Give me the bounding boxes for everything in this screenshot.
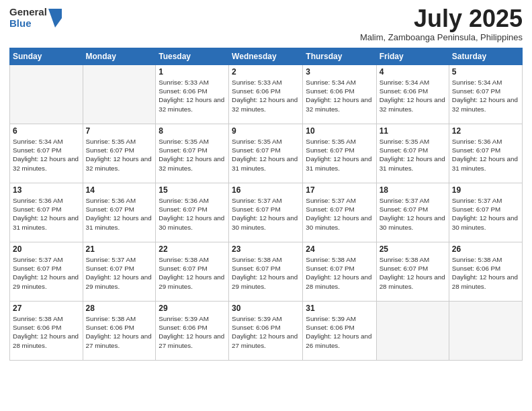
day-number: 6 bbox=[13, 126, 80, 136]
week-row-2: 13Sunrise: 5:36 AM Sunset: 6:07 PM Dayli… bbox=[10, 183, 523, 242]
col-monday: Monday bbox=[83, 48, 156, 65]
day-info: Sunrise: 5:38 AM Sunset: 6:06 PM Dayligh… bbox=[452, 255, 519, 291]
header-row: Sunday Monday Tuesday Wednesday Thursday… bbox=[10, 48, 523, 65]
day-info: Sunrise: 5:37 AM Sunset: 6:07 PM Dayligh… bbox=[86, 255, 153, 291]
calendar-cell bbox=[376, 302, 449, 361]
day-info: Sunrise: 5:37 AM Sunset: 6:07 PM Dayligh… bbox=[380, 196, 446, 232]
day-info: Sunrise: 5:35 AM Sunset: 6:07 PM Dayligh… bbox=[306, 137, 373, 173]
calendar-cell bbox=[83, 65, 156, 124]
week-row-3: 20Sunrise: 5:37 AM Sunset: 6:07 PM Dayli… bbox=[10, 242, 523, 302]
col-sunday: Sunday bbox=[10, 48, 83, 65]
day-number: 12 bbox=[452, 126, 519, 136]
day-number: 28 bbox=[86, 304, 153, 313]
page: General Blue July 2025 Malim, Zamboanga … bbox=[0, 0, 532, 411]
day-info: Sunrise: 5:34 AM Sunset: 6:07 PM Dayligh… bbox=[452, 78, 519, 113]
day-info: Sunrise: 5:33 AM Sunset: 6:06 PM Dayligh… bbox=[159, 78, 226, 113]
logo-blue: Blue bbox=[9, 18, 47, 30]
day-number: 31 bbox=[306, 304, 373, 313]
day-number: 20 bbox=[13, 244, 80, 254]
calendar-cell: 27Sunrise: 5:38 AM Sunset: 6:06 PM Dayli… bbox=[10, 302, 83, 361]
calendar-cell: 15Sunrise: 5:36 AM Sunset: 6:07 PM Dayli… bbox=[156, 183, 229, 242]
day-info: Sunrise: 5:38 AM Sunset: 6:06 PM Dayligh… bbox=[13, 314, 80, 350]
calendar-cell: 6Sunrise: 5:34 AM Sunset: 6:07 PM Daylig… bbox=[10, 124, 83, 183]
calendar-cell: 21Sunrise: 5:37 AM Sunset: 6:07 PM Dayli… bbox=[83, 242, 156, 302]
logo-general: General bbox=[9, 7, 47, 18]
day-info: Sunrise: 5:36 AM Sunset: 6:07 PM Dayligh… bbox=[13, 196, 80, 232]
calendar-cell: 8Sunrise: 5:35 AM Sunset: 6:07 PM Daylig… bbox=[156, 124, 229, 183]
week-row-4: 27Sunrise: 5:38 AM Sunset: 6:06 PM Dayli… bbox=[10, 302, 523, 361]
day-number: 3 bbox=[306, 67, 373, 77]
calendar-cell: 25Sunrise: 5:38 AM Sunset: 6:07 PM Dayli… bbox=[376, 242, 449, 302]
day-info: Sunrise: 5:37 AM Sunset: 6:07 PM Dayligh… bbox=[306, 196, 373, 232]
calendar-cell: 1Sunrise: 5:33 AM Sunset: 6:06 PM Daylig… bbox=[156, 65, 229, 124]
day-info: Sunrise: 5:37 AM Sunset: 6:07 PM Dayligh… bbox=[13, 255, 80, 291]
calendar-cell bbox=[10, 65, 83, 124]
calendar-cell: 16Sunrise: 5:37 AM Sunset: 6:07 PM Dayli… bbox=[229, 183, 303, 242]
subtitle: Malim, Zamboanga Peninsula, Philippines bbox=[360, 32, 523, 42]
day-number: 24 bbox=[306, 244, 373, 254]
logo: General Blue bbox=[9, 7, 62, 29]
day-number: 10 bbox=[306, 126, 373, 136]
calendar-cell: 28Sunrise: 5:38 AM Sunset: 6:06 PM Dayli… bbox=[83, 302, 156, 361]
svg-marker-0 bbox=[48, 9, 62, 28]
day-number: 23 bbox=[232, 244, 300, 254]
calendar-cell: 4Sunrise: 5:34 AM Sunset: 6:06 PM Daylig… bbox=[376, 65, 449, 124]
day-info: Sunrise: 5:33 AM Sunset: 6:06 PM Dayligh… bbox=[232, 78, 300, 113]
logo-icon bbox=[48, 9, 62, 28]
calendar-cell: 10Sunrise: 5:35 AM Sunset: 6:07 PM Dayli… bbox=[303, 124, 376, 183]
day-number: 5 bbox=[452, 67, 519, 77]
day-info: Sunrise: 5:34 AM Sunset: 6:06 PM Dayligh… bbox=[380, 78, 446, 113]
week-row-0: 1Sunrise: 5:33 AM Sunset: 6:06 PM Daylig… bbox=[10, 65, 523, 124]
day-number: 11 bbox=[380, 126, 446, 136]
col-tuesday: Tuesday bbox=[156, 48, 229, 65]
calendar-cell bbox=[449, 302, 522, 361]
calendar-cell: 31Sunrise: 5:39 AM Sunset: 6:06 PM Dayli… bbox=[303, 302, 376, 361]
calendar-cell: 12Sunrise: 5:36 AM Sunset: 6:07 PM Dayli… bbox=[449, 124, 522, 183]
day-info: Sunrise: 5:34 AM Sunset: 6:06 PM Dayligh… bbox=[306, 78, 373, 113]
day-number: 27 bbox=[13, 304, 80, 313]
day-number: 1 bbox=[159, 67, 226, 77]
day-info: Sunrise: 5:38 AM Sunset: 6:07 PM Dayligh… bbox=[159, 255, 226, 291]
day-number: 19 bbox=[452, 185, 519, 195]
calendar-cell: 26Sunrise: 5:38 AM Sunset: 6:06 PM Dayli… bbox=[449, 242, 522, 302]
day-info: Sunrise: 5:35 AM Sunset: 6:07 PM Dayligh… bbox=[86, 137, 153, 173]
calendar-cell: 13Sunrise: 5:36 AM Sunset: 6:07 PM Dayli… bbox=[10, 183, 83, 242]
day-info: Sunrise: 5:35 AM Sunset: 6:07 PM Dayligh… bbox=[380, 137, 446, 173]
day-number: 13 bbox=[13, 185, 80, 195]
day-number: 4 bbox=[380, 67, 446, 77]
week-row-1: 6Sunrise: 5:34 AM Sunset: 6:07 PM Daylig… bbox=[10, 124, 523, 183]
col-friday: Friday bbox=[376, 48, 449, 65]
day-number: 8 bbox=[159, 126, 226, 136]
calendar-cell: 17Sunrise: 5:37 AM Sunset: 6:07 PM Dayli… bbox=[303, 183, 376, 242]
calendar-cell: 24Sunrise: 5:38 AM Sunset: 6:07 PM Dayli… bbox=[303, 242, 376, 302]
day-number: 14 bbox=[86, 185, 153, 195]
calendar-cell: 11Sunrise: 5:35 AM Sunset: 6:07 PM Dayli… bbox=[376, 124, 449, 183]
calendar-cell: 5Sunrise: 5:34 AM Sunset: 6:07 PM Daylig… bbox=[449, 65, 522, 124]
col-thursday: Thursday bbox=[303, 48, 376, 65]
day-info: Sunrise: 5:38 AM Sunset: 6:06 PM Dayligh… bbox=[86, 314, 153, 350]
day-number: 18 bbox=[380, 185, 446, 195]
day-number: 16 bbox=[232, 185, 300, 195]
day-info: Sunrise: 5:38 AM Sunset: 6:07 PM Dayligh… bbox=[380, 255, 446, 291]
col-saturday: Saturday bbox=[449, 48, 522, 65]
calendar-cell: 3Sunrise: 5:34 AM Sunset: 6:06 PM Daylig… bbox=[303, 65, 376, 124]
day-number: 9 bbox=[232, 126, 300, 136]
day-info: Sunrise: 5:39 AM Sunset: 6:06 PM Dayligh… bbox=[306, 314, 373, 350]
day-number: 22 bbox=[159, 244, 226, 254]
day-info: Sunrise: 5:36 AM Sunset: 6:07 PM Dayligh… bbox=[452, 137, 519, 173]
calendar-cell: 30Sunrise: 5:39 AM Sunset: 6:06 PM Dayli… bbox=[229, 302, 303, 361]
day-number: 25 bbox=[380, 244, 446, 254]
day-info: Sunrise: 5:39 AM Sunset: 6:06 PM Dayligh… bbox=[232, 314, 300, 350]
day-number: 15 bbox=[159, 185, 226, 195]
day-number: 29 bbox=[159, 304, 226, 313]
calendar-cell: 7Sunrise: 5:35 AM Sunset: 6:07 PM Daylig… bbox=[83, 124, 156, 183]
calendar-cell: 22Sunrise: 5:38 AM Sunset: 6:07 PM Dayli… bbox=[156, 242, 229, 302]
calendar-cell: 19Sunrise: 5:37 AM Sunset: 6:07 PM Dayli… bbox=[449, 183, 522, 242]
day-info: Sunrise: 5:37 AM Sunset: 6:07 PM Dayligh… bbox=[232, 196, 300, 232]
calendar-cell: 2Sunrise: 5:33 AM Sunset: 6:06 PM Daylig… bbox=[229, 65, 303, 124]
col-wednesday: Wednesday bbox=[229, 48, 303, 65]
calendar-cell: 20Sunrise: 5:37 AM Sunset: 6:07 PM Dayli… bbox=[10, 242, 83, 302]
header: General Blue July 2025 Malim, Zamboanga … bbox=[9, 7, 523, 42]
day-info: Sunrise: 5:34 AM Sunset: 6:07 PM Dayligh… bbox=[13, 137, 80, 173]
calendar-cell: 9Sunrise: 5:35 AM Sunset: 6:07 PM Daylig… bbox=[229, 124, 303, 183]
